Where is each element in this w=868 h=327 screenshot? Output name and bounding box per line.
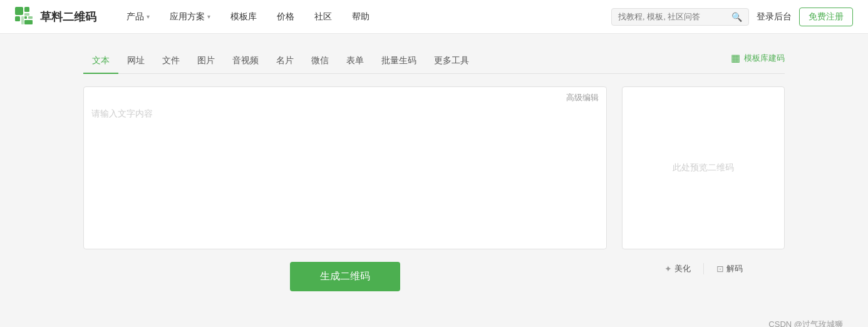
svg-rect-2	[15, 16, 20, 21]
tab-more-tools[interactable]: 更多工具	[425, 49, 478, 74]
nav-item-community[interactable]: 社区	[304, 0, 342, 34]
svg-rect-0	[15, 7, 23, 15]
editor-toolbar: 高级编辑	[84, 87, 606, 103]
qr-actions: ✦ 美化 ⊡ 解码	[622, 259, 785, 278]
template-icon: ▦	[731, 52, 740, 64]
search-input[interactable]	[618, 12, 731, 21]
search-box[interactable]: 🔍	[611, 8, 749, 26]
svg-rect-1	[24, 7, 29, 12]
svg-rect-5	[24, 16, 27, 19]
svg-rect-6	[28, 16, 33, 19]
page-footer: CSDN @过气玫城狮	[0, 306, 868, 327]
text-editor-wrapper: 高级编辑	[83, 86, 607, 249]
template-library-link[interactable]: ▦ 模板库建码	[731, 52, 785, 70]
tab-text[interactable]: 文本	[83, 49, 118, 74]
nav-menu: 产品 ▾ 应用方案 ▾ 模板库 价格 社区 帮助	[116, 0, 611, 34]
main-content: 文本 网址 文件 图片 音视频 名片 微信 表单 批量生码 更多工具 ▦ 模板库…	[58, 34, 810, 306]
content-area: 高级编辑 生成二维码 此处预览二维码 ✦ 美化 ⊡ 解码	[83, 86, 785, 291]
tab-wechat[interactable]: 微信	[302, 49, 338, 74]
header: 草料二维码 产品 ▾ 应用方案 ▾ 模板库 价格 社区 帮助 🔍 登录后台 免费…	[0, 0, 868, 34]
generate-button[interactable]: 生成二维码	[290, 262, 400, 291]
left-panel: 高级编辑 生成二维码	[83, 86, 607, 291]
svg-rect-3	[24, 13, 29, 16]
chevron-down-icon: ▾	[147, 13, 150, 20]
register-button[interactable]: 免费注册	[799, 8, 853, 26]
nav-item-help[interactable]: 帮助	[342, 0, 380, 34]
qr-preview-placeholder: 此处预览二维码	[673, 162, 734, 174]
tab-file[interactable]: 文件	[153, 49, 189, 74]
logo-icon	[15, 7, 35, 27]
generate-btn-row: 生成二维码	[83, 262, 607, 291]
chevron-down-icon: ▾	[207, 13, 210, 20]
nav-item-product[interactable]: 产品 ▾	[116, 0, 160, 34]
svg-rect-7	[24, 20, 33, 24]
advanced-edit-button[interactable]: 高级编辑	[566, 92, 599, 103]
tab-image[interactable]: 图片	[189, 49, 224, 74]
nav-item-solution[interactable]: 应用方案 ▾	[160, 0, 220, 34]
beautify-icon: ✦	[664, 264, 672, 274]
nav-item-templates[interactable]: 模板库	[220, 0, 267, 34]
tab-form[interactable]: 表单	[338, 49, 373, 74]
decode-icon: ⊡	[716, 264, 724, 274]
tab-audio-video[interactable]: 音视频	[224, 49, 267, 74]
tab-card[interactable]: 名片	[267, 49, 302, 74]
text-input[interactable]	[84, 103, 606, 241]
login-button[interactable]: 登录后台	[757, 11, 792, 23]
watermark-text: CSDN @过气玫城狮	[768, 319, 843, 327]
beautify-button[interactable]: ✦ 美化	[652, 259, 703, 278]
logo-link[interactable]: 草料二维码	[15, 7, 96, 27]
header-right: 🔍 登录后台 免费注册	[611, 8, 853, 26]
qr-preview-box: 此处预览二维码	[622, 86, 785, 249]
nav-item-price[interactable]: 价格	[267, 0, 304, 34]
logo-text: 草料二维码	[40, 9, 96, 24]
decode-button[interactable]: ⊡ 解码	[704, 259, 755, 278]
search-icon[interactable]: 🔍	[731, 12, 742, 22]
tab-row: 文本 网址 文件 图片 音视频 名片 微信 表单 批量生码 更多工具 ▦ 模板库…	[83, 49, 785, 74]
tab-url[interactable]: 网址	[118, 49, 153, 74]
tab-batch[interactable]: 批量生码	[373, 49, 425, 74]
svg-rect-4	[21, 16, 24, 24]
right-panel: 此处预览二维码 ✦ 美化 ⊡ 解码	[622, 86, 785, 291]
